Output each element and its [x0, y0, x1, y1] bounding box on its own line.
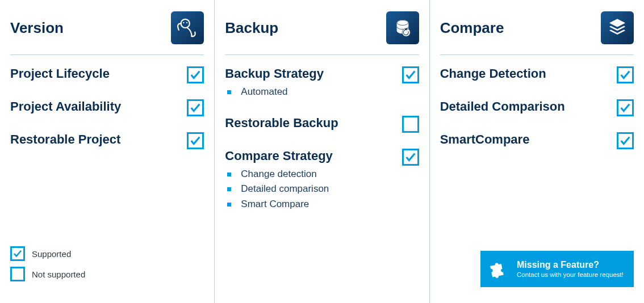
checkbox-empty-icon: [10, 267, 25, 281]
checkbox-icon: [187, 132, 204, 149]
feature-name: Project Lifecycle: [10, 66, 187, 81]
feature-sub-item: Automated: [227, 85, 402, 99]
checkbox-icon: [10, 246, 25, 261]
feature-text: Compare Strategy Change detection Detail…: [225, 149, 402, 212]
feature-name: Change Detection: [440, 66, 617, 81]
feature-name: Detailed Comparison: [440, 99, 617, 114]
feature-row: Project Availability: [10, 99, 204, 116]
feature-sub-item: Detailed comparison: [227, 182, 402, 196]
column-header: Backup: [225, 11, 419, 55]
layers-icon: [601, 11, 634, 44]
checkbox-icon: [617, 66, 634, 83]
feature-row: Restorable Backup: [225, 116, 419, 133]
puzzle-icon: [487, 256, 510, 281]
svg-point-2: [186, 22, 187, 23]
feature-name: Compare Strategy: [225, 149, 402, 163]
checkbox-icon: [617, 132, 634, 149]
feature-sublist: Automated: [225, 85, 402, 99]
checkbox-icon: [617, 99, 634, 116]
feature-row: Restorable Project: [10, 132, 204, 149]
legend-label: Supported: [32, 249, 71, 259]
feature-row: SmartCompare: [440, 132, 634, 149]
feature-request-button[interactable]: Missing a Feature? Contact us with your …: [480, 251, 634, 287]
feature-row: Project Lifecycle: [10, 66, 204, 83]
database-icon: [386, 11, 419, 44]
feature-row: Detailed Comparison: [440, 99, 634, 116]
feature-row: Backup Strategy Automated: [225, 66, 419, 100]
feature-name: Restorable Project: [10, 132, 187, 147]
cta-text: Missing a Feature? Contact us with your …: [517, 259, 624, 279]
feature-text: Backup Strategy Automated: [225, 66, 402, 100]
checkbox-icon: [187, 99, 204, 116]
feature-name: Backup Strategy: [225, 66, 402, 81]
feature-text: Project Availability: [10, 99, 187, 114]
feature-row: Change Detection: [440, 66, 634, 83]
checkbox-empty-icon: [402, 116, 419, 133]
legend: Supported Not supported: [10, 246, 85, 287]
column-compare: Compare Change Detection Detailed Compar…: [429, 0, 644, 303]
column-backup: Backup Backup Strategy Automated: [214, 0, 429, 303]
feature-matrix: Version Project Lifecycle: [0, 0, 644, 303]
checkbox-icon: [187, 66, 204, 83]
robot-icon: [171, 11, 204, 44]
column-title: Compare: [440, 19, 504, 37]
feature-text: Project Lifecycle: [10, 66, 187, 81]
svg-point-0: [181, 19, 190, 28]
feature-sub-item: Change detection: [227, 167, 402, 182]
legend-label: Not supported: [32, 270, 85, 279]
feature-sublist: Change detection Detailed comparison Sma…: [225, 167, 402, 212]
column-title: Version: [10, 19, 64, 37]
feature-text: Restorable Backup: [225, 116, 402, 131]
cta-sub: Contact us with your feature request!: [517, 271, 624, 279]
checkbox-icon: [402, 66, 419, 83]
feature-text: SmartCompare: [440, 132, 617, 147]
feature-row: Compare Strategy Change detection Detail…: [225, 149, 419, 212]
checkbox-icon: [402, 149, 419, 166]
cta-title: Missing a Feature?: [517, 259, 624, 271]
legend-not-supported: Not supported: [10, 267, 85, 281]
feature-text: Change Detection: [440, 66, 617, 81]
svg-point-1: [183, 22, 185, 23]
feature-text: Restorable Project: [10, 132, 187, 147]
feature-name: SmartCompare: [440, 132, 617, 147]
column-title: Backup: [225, 19, 278, 37]
column-header: Version: [10, 11, 204, 55]
column-version: Version Project Lifecycle: [0, 0, 214, 303]
feature-name: Project Availability: [10, 99, 187, 114]
legend-supported: Supported: [10, 246, 85, 261]
column-header: Compare: [440, 11, 634, 55]
feature-text: Detailed Comparison: [440, 99, 617, 114]
feature-name: Restorable Backup: [225, 116, 402, 131]
feature-sub-item: Smart Compare: [227, 197, 402, 212]
